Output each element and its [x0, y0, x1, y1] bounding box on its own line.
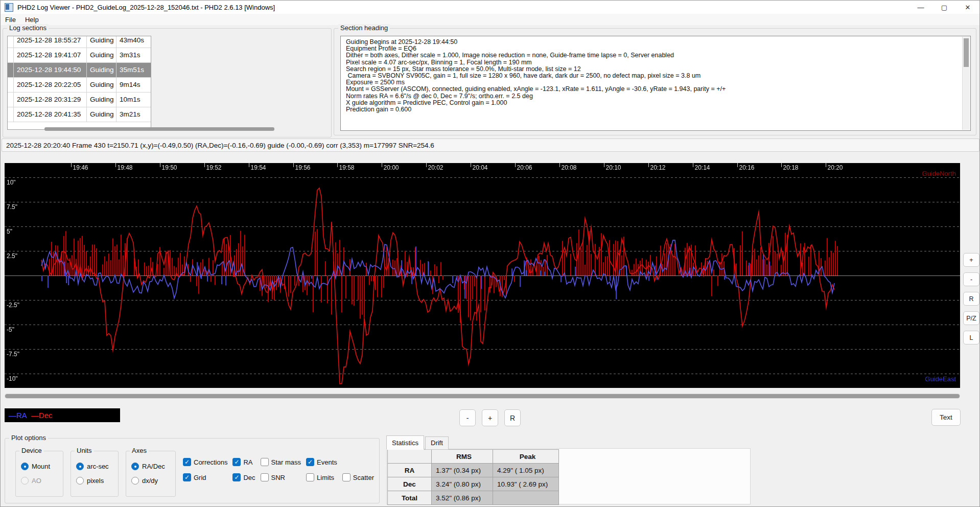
tab-drift[interactable]: Drift	[425, 436, 449, 450]
row-duration: 43m40s	[116, 36, 150, 48]
checkbox-option-starmass[interactable]: Star mass	[261, 458, 301, 466]
chart-side-button-+[interactable]: +	[963, 253, 979, 267]
chart-zoom-buttons: - + R	[459, 409, 521, 426]
stats-header-blank	[388, 450, 432, 464]
section-heading-text-area: Guiding Begins at 2025-12-28 19:44:50Equ…	[340, 36, 971, 131]
log-sections-group: Log sections 2025-12-28 18:55:27Guiding4…	[3, 28, 332, 137]
radio-icon	[21, 477, 29, 485]
log-sections-hscrollbar[interactable]	[44, 127, 274, 131]
row-type: Guiding	[87, 36, 116, 48]
guide-chart-canvas[interactable]	[5, 163, 960, 388]
chart-side-button-l[interactable]: L	[963, 331, 979, 344]
stats-table-body: RMSPeakRA1.37" (0.34 px)4.29" ( 1.05 px)…	[388, 450, 559, 505]
stats-peak-value: 4.29" ( 1.05 px)	[493, 464, 559, 477]
stats-header-rms: RMS	[432, 450, 493, 464]
menu-file[interactable]: File	[1, 15, 20, 25]
log-section-row[interactable]: 2025-12-28 18:55:27Guiding43m40s	[8, 36, 151, 48]
log-section-row[interactable]: 2025-12-28 20:41:35Guiding3m21s	[8, 107, 151, 122]
stats-row-dec: Dec3.24" (0.80 px)10.93" ( 2.69 px)	[388, 477, 559, 491]
checkbox-label: Scatter	[353, 474, 374, 481]
window-controls: — ▢ ✕	[909, 1, 979, 14]
radio-icon[interactable]	[21, 463, 29, 470]
chart-side-button-r[interactable]: R	[963, 292, 979, 306]
stats-row-label: Dec	[388, 477, 432, 491]
axes-group-label: Axes	[130, 447, 149, 454]
section-heading-label: Section heading	[338, 24, 390, 32]
row-duration: 3m21s	[116, 107, 150, 122]
checkbox-checked-icon[interactable]: ✓	[232, 458, 241, 466]
row-stub	[8, 63, 14, 77]
checkbox-unchecked-icon[interactable]	[261, 458, 269, 466]
zoom-out-button[interactable]: -	[459, 409, 476, 426]
checkbox-option-dec[interactable]: ✓Dec	[232, 473, 255, 481]
stats-panel: RMSPeakRA1.37" (0.34 px)4.29" ( 1.05 px)…	[386, 448, 751, 504]
menu-bar: File Help	[1, 14, 979, 25]
checkbox-option-limits[interactable]: Limits	[306, 473, 337, 481]
stats-row-label: Total	[388, 491, 432, 505]
chart-side-button-pz[interactable]: P/Z	[963, 311, 979, 325]
checkbox-option-snr[interactable]: SNR	[261, 473, 301, 481]
close-button[interactable]: ✕	[956, 1, 979, 14]
checkbox-checked-icon[interactable]: ✓	[306, 458, 314, 466]
checkbox-column: Scatter	[342, 458, 374, 497]
chart-hscrollbar-handle[interactable]	[5, 394, 960, 398]
chart-hscrollbar[interactable]	[5, 394, 960, 399]
phd2-log-viewer-window: PHD2 Log Viewer - PHD2_GuideLog_2025-12-…	[0, 0, 980, 507]
log-sections-label: Log sections	[7, 24, 49, 32]
checkbox-label: Events	[317, 458, 337, 466]
minimize-button[interactable]: —	[909, 1, 932, 14]
menu-help[interactable]: Help	[20, 15, 43, 25]
row-type: Guiding	[87, 48, 116, 62]
radio-option-radec[interactable]: RA/Dec	[131, 463, 175, 470]
checkbox-option-grid[interactable]: ✓Grid	[183, 473, 227, 481]
checkbox-column: ✓RA✓Dec	[232, 458, 255, 497]
checkbox-unchecked-icon[interactable]	[342, 473, 351, 481]
reset-button[interactable]: R	[504, 409, 521, 426]
radio-icon[interactable]	[131, 477, 139, 485]
checkbox-unchecked-icon[interactable]	[261, 473, 269, 481]
radio-option-ao: AO	[21, 477, 63, 485]
radio-icon[interactable]	[131, 463, 139, 470]
row-stub	[8, 36, 14, 48]
checkbox-option-corrections[interactable]: ✓Corrections	[183, 458, 227, 466]
row-duration: 3m31s	[116, 48, 150, 62]
radio-label: AO	[32, 477, 41, 485]
radio-icon[interactable]	[76, 477, 84, 485]
checkbox-label: RA	[243, 458, 252, 466]
chart-side-button--[interactable]: -	[963, 272, 979, 286]
row-datetime: 2025-12-28 20:41:35	[14, 107, 87, 122]
radio-option-arcsec[interactable]: arc-sec	[76, 463, 118, 470]
checkbox-checked-icon[interactable]: ✓	[232, 473, 241, 481]
log-text-line: Prediction gain = 0.600	[346, 106, 966, 113]
log-text-line: Mount = GSServer (ASCOM), connected, gui…	[346, 86, 966, 93]
log-section-row[interactable]: 2025-12-28 19:44:50Guiding35m51s	[8, 63, 151, 78]
tab-statistics[interactable]: Statistics	[386, 435, 424, 450]
checkbox-option-scatter[interactable]: Scatter	[342, 473, 374, 481]
units-group: Units arc-secpixels	[71, 451, 119, 497]
section-heading-vscrollbar-handle[interactable]	[964, 38, 969, 67]
log-section-row[interactable]: 2025-12-28 19:41:07Guiding3m31s	[8, 48, 151, 63]
radio-icon[interactable]	[76, 463, 84, 470]
radio-option-dxdy[interactable]: dx/dy	[131, 477, 175, 485]
checkbox-option-ra[interactable]: ✓RA	[232, 458, 255, 466]
row-datetime: 2025-12-28 19:41:07	[14, 48, 87, 62]
checkbox-option-events[interactable]: ✓Events	[306, 458, 337, 466]
radio-option-mount[interactable]: Mount	[21, 463, 63, 470]
checkbox-checked-icon[interactable]: ✓	[183, 458, 191, 466]
log-section-row[interactable]: 2025-12-28 20:31:29Guiding10m1s	[8, 93, 151, 107]
log-section-row[interactable]: 2025-12-28 20:22:05Guiding9m14s	[8, 78, 151, 93]
row-duration: 9m14s	[116, 78, 150, 92]
section-heading-vscrollbar[interactable]	[962, 37, 970, 130]
text-button[interactable]: Text	[931, 409, 961, 426]
units-group-label: Units	[75, 447, 94, 454]
checkbox-column: Star massSNR	[261, 458, 301, 497]
radio-option-pixels[interactable]: pixels	[76, 477, 118, 485]
maximize-button[interactable]: ▢	[932, 1, 956, 14]
window-title: PHD2 Log Viewer - PHD2_GuideLog_2025-12-…	[17, 4, 275, 11]
checkbox-checked-icon[interactable]: ✓	[183, 473, 191, 481]
checkbox-unchecked-icon[interactable]	[306, 473, 314, 481]
radio-label: Mount	[32, 463, 50, 470]
zoom-in-button[interactable]: +	[482, 409, 498, 426]
log-text-line: Dither = both axes, Dither scale = 1.000…	[346, 52, 966, 59]
checkbox-label: Dec	[243, 474, 255, 481]
